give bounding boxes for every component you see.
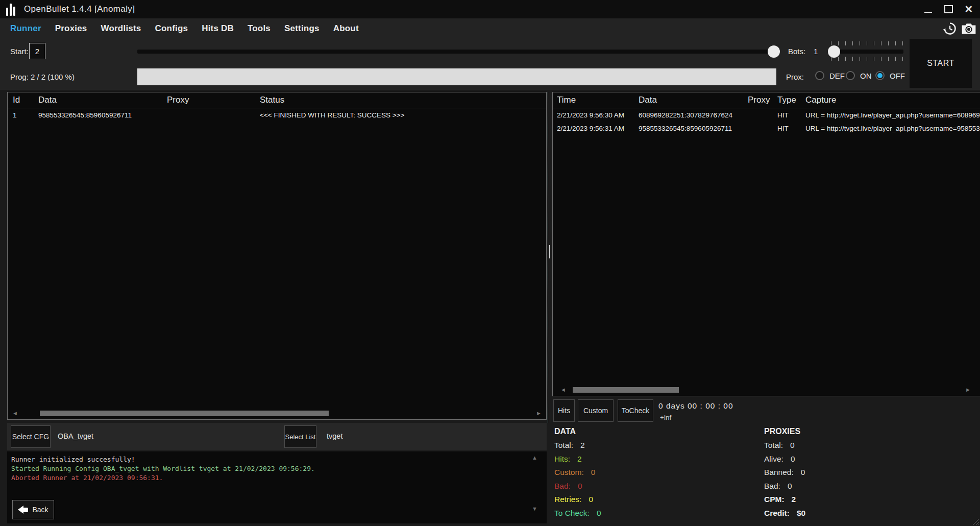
radio-off-label: OFF [890,71,905,80]
bots-value: 1 [814,47,818,56]
cell-data: 608969282251:307829767624 [639,111,748,119]
history-clock-icon[interactable] [942,21,958,36]
cell-data: 958553326545:859605926711 [38,111,167,119]
radio-off-circle[interactable] [875,71,885,80]
cell-time: 2/21/2023 9:56:30 AM [557,111,639,119]
prox-radio-on[interactable]: ON [846,71,872,80]
hits-table-panel: Time Data Proxy Type Capture 2/21/2023 9… [552,92,980,396]
stat-retries: Retries:0 [554,495,601,504]
maximize-icon[interactable] [941,2,955,16]
scrollbar-thumb[interactable] [573,387,679,393]
select-cfg-button[interactable]: Select CFG [11,425,51,448]
select-list-button[interactable]: Select List [284,425,316,448]
radio-def-label: DEF [829,71,845,80]
prox-radio-off[interactable]: OFF [875,71,905,80]
stat-proxy-bad: Bad:0 [764,482,805,491]
progress-bar [137,68,776,85]
stat-hits: Hits:2 [554,455,601,464]
start-slider-track[interactable] [137,50,774,54]
data-stats-title: DATA [554,427,601,436]
tab-tocheck[interactable]: ToCheck [618,399,653,422]
scroll-left-icon[interactable]: ◄ [560,387,566,393]
panel-splitter[interactable] [548,92,551,423]
scrollbar-thumb[interactable] [40,411,329,416]
menu-item-tools[interactable]: Tools [248,23,271,34]
tab-custom[interactable]: Custom [578,399,614,422]
cell-type: HIT [777,125,805,132]
col-id: Id [13,95,38,105]
prox-radio-def[interactable]: DEF [815,71,845,80]
col-proxy: Proxy [167,95,260,105]
progress-label: Prog: 2 / 2 (100 %) [10,73,75,81]
back-button[interactable]: Back [12,500,54,519]
proxies-stats: PROXIES Total:0 Alive:0 Banned:0 Bad:0 C… [764,427,805,522]
cell-status: <<< FINISHED WITH RESULT: SUCCESS >>> [260,111,546,119]
log-line: Runner initialized succesfully! [11,455,547,464]
menu-item-proxies[interactable]: Proxies [55,23,87,34]
menubar-icons [942,21,977,36]
minimize-icon[interactable] [921,2,935,16]
menu-item-about[interactable]: About [333,23,359,34]
window-resize-grip[interactable] [972,518,979,525]
stat-tocheck: To Check:0 [554,509,601,518]
cell-data: 958553326545:859605926711 [639,125,748,132]
menu-item-wordlists[interactable]: Wordlists [101,23,141,34]
hits-hscrollbar[interactable]: ◄ ► [554,386,979,394]
cell-type: HIT [777,111,805,119]
runner-log: Runner initialized succesfully! Started … [7,451,547,523]
menu-item-hitsdb[interactable]: Hits DB [202,23,234,34]
hits-table-row[interactable]: 2/21/2023 9:56:30 AM 608969282251:307829… [553,108,980,122]
close-icon[interactable]: ✕ [962,2,976,16]
start-count-input[interactable]: 2 [29,43,45,59]
bots-slider-ticks-top [831,41,903,45]
bots-slider-ticks-bottom [831,57,903,61]
elapsed-time: 0 days 00 : 00 : 00 [658,401,733,411]
start-slider-thumb[interactable] [768,45,780,58]
bots-slider-thumb[interactable] [828,45,840,58]
results-table-panel: Id Data Proxy Status 1 958553326545:8596… [7,92,547,420]
scroll-left-icon[interactable]: ◄ [12,411,18,416]
start-button[interactable]: START [910,39,972,88]
radio-on-circle[interactable] [846,71,855,80]
stat-proxy-total: Total:0 [764,441,805,450]
results-table-row[interactable]: 1 958553326545:859605926711 <<< FINISHED… [8,108,546,122]
bots-label: Bots: [788,47,805,56]
progress-fill [137,68,776,85]
stat-cpm: CPM:2 [764,495,805,504]
menu-bar: Runner Proxies Wordlists Configs Hits DB… [0,18,980,39]
stat-proxy-alive: Alive:0 [764,455,805,464]
col-capture: Capture [805,95,980,105]
col-data: Data [639,95,748,105]
radio-on-label: ON [860,71,872,80]
radio-def-circle[interactable] [815,71,824,80]
stat-proxy-banned: Banned:0 [764,468,805,477]
app-logo-icon [6,3,15,16]
stat-custom: Custom:0 [554,468,601,477]
log-scroll-up-icon[interactable]: ▲ [532,455,537,461]
data-stats: DATA Total:2 Hits:2 Custom:0 Bad:0 Retri… [554,427,601,522]
log-scroll-down-icon[interactable]: ▼ [532,506,537,512]
menu-item-configs[interactable]: Configs [155,23,188,34]
scroll-right-icon[interactable]: ► [965,387,971,393]
proxies-stats-title: PROXIES [764,427,805,436]
prox-label: Prox: [786,73,804,81]
hits-table-row[interactable]: 2/21/2023 9:56:31 AM 958553326545:859605… [553,122,980,135]
config-selection-bar: Select CFG OBA_tvget Select List tvget [7,423,547,450]
scroll-right-icon[interactable]: ► [536,411,542,416]
col-data: Data [38,95,167,105]
menu-item-runner[interactable]: Runner [10,23,41,34]
menu-item-settings[interactable]: Settings [284,23,320,34]
window-title: OpenBullet 1.4.4 [Anomaly] [24,4,135,14]
back-arrow-icon [18,506,28,514]
tab-hits[interactable]: Hits [553,399,575,422]
col-time: Time [557,95,639,105]
openbullet-window: OpenBullet 1.4.4 [Anomaly] ✕ Runner Prox… [0,0,980,526]
selected-config-name: OBA_tvget [58,432,93,440]
cell-capture: URL = http://tvget.live/player_api.php?u… [805,111,980,119]
runner-toolbar: Start: 2 Bots: 1 START Prog: 2 / 2 (100 … [0,39,980,90]
screenshot-camera-icon[interactable] [961,21,977,36]
results-hscrollbar[interactable]: ◄ ► [9,410,545,418]
results-table-header: Id Data Proxy Status [8,92,546,108]
log-line: Started Running Config OBA_tvget with Wo… [11,464,547,473]
stat-bad: Bad:0 [554,482,601,491]
